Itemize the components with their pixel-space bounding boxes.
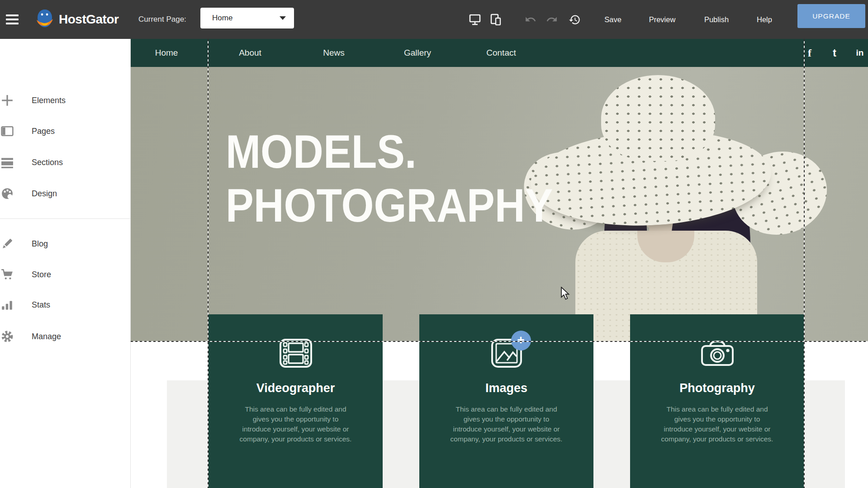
current-page-label: Current Page:	[138, 0, 186, 39]
sidebar-item-stats[interactable]: Stats	[0, 293, 131, 317]
card-title[interactable]: Images	[419, 381, 593, 395]
bar-chart-icon	[1, 298, 14, 311]
card-title[interactable]: Photography	[630, 381, 804, 395]
sidebar-item-design[interactable]: Design	[0, 182, 131, 205]
site-nav-contact[interactable]: Contact	[486, 39, 516, 67]
brand-name: HostGator	[59, 12, 119, 27]
card-images[interactable]: + Images This area can be fully edited a…	[419, 314, 593, 488]
card-photography[interactable]: Photography This area can be fully edite…	[630, 314, 804, 488]
facebook-icon[interactable]: f	[808, 39, 811, 67]
upgrade-button[interactable]: UPGRADE	[797, 4, 865, 28]
twitter-icon[interactable]: t	[833, 39, 836, 67]
card-videographer[interactable]: Videographer This area can be fully edit…	[209, 314, 383, 488]
site-nav-home[interactable]: Home	[155, 39, 178, 67]
sidebar-item-label: Pages	[32, 127, 55, 136]
mobile-view-icon[interactable]	[489, 0, 503, 39]
hostgator-logo[interactable]: HostGator	[34, 0, 119, 39]
help-button[interactable]: Help	[757, 0, 772, 39]
sidebar-item-manage[interactable]: Manage	[0, 325, 131, 348]
card-body[interactable]: This area can be fully edited andgives y…	[630, 404, 804, 444]
sidebar-item-label: Stats	[32, 300, 50, 310]
undo-icon[interactable]	[524, 0, 537, 39]
history-icon[interactable]	[568, 0, 581, 39]
sidebar-item-store[interactable]: Store	[0, 263, 131, 286]
desktop-view-icon[interactable]	[468, 0, 482, 39]
add-image-badge[interactable]: +	[511, 331, 531, 351]
page-select-value: Home	[212, 14, 280, 23]
section-dashed-border-bottom	[131, 341, 868, 342]
sidebar-item-label: Store	[32, 270, 51, 280]
site-navbar[interactable]: Home About News Gallery Contact f t in	[131, 39, 868, 67]
sidebar-item-pages[interactable]: Pages	[0, 119, 131, 143]
sections-rows-icon	[1, 156, 14, 169]
hostgator-gator-icon	[34, 9, 55, 30]
hostgator-builder-window: HostGator Current Page: Home	[0, 0, 868, 488]
site-preview-canvas: Home About News Gallery Contact f t in	[131, 39, 868, 488]
pencil-icon	[1, 237, 14, 250]
section-dashed-border-right	[804, 39, 805, 488]
hero-title-line2: PHOTOGRAPHY	[226, 179, 553, 232]
sidebar-item-sections[interactable]: Sections	[0, 151, 131, 174]
card-body[interactable]: This area can be fully edited andgives y…	[419, 404, 593, 444]
sidebar-item-label: Elements	[32, 96, 66, 105]
hero-section[interactable]: MODELS. PHOTOGRAPHY	[131, 67, 868, 342]
film-strip-icon[interactable]	[279, 338, 313, 369]
site-nav-news[interactable]: News	[323, 39, 345, 67]
sidebar-item-label: Blog	[32, 239, 48, 249]
site-nav-about[interactable]: About	[239, 39, 261, 67]
top-toolbar: HostGator Current Page: Home	[0, 0, 868, 39]
sidebar-item-elements[interactable]: Elements	[0, 89, 131, 112]
sidebar-item-label: Design	[32, 189, 57, 199]
hero-title[interactable]: MODELS. PHOTOGRAPHY	[226, 125, 553, 232]
site-nav-gallery[interactable]: Gallery	[404, 39, 431, 67]
card-body[interactable]: This area can be fully edited andgives y…	[209, 404, 383, 444]
linkedin-icon[interactable]: in	[856, 39, 864, 67]
plus-icon	[1, 94, 14, 107]
save-button[interactable]: Save	[604, 0, 621, 39]
sidebar-item-blog[interactable]: Blog	[0, 232, 131, 256]
page-select-dropdown[interactable]: Home	[200, 8, 294, 28]
section-dashed-border-left	[208, 39, 209, 488]
builder-sidebar: Elements Pages Sections	[0, 39, 131, 488]
shopping-cart-icon	[1, 268, 14, 281]
card-title[interactable]: Videographer	[209, 381, 383, 395]
palette-icon	[1, 187, 14, 200]
hamburger-menu-icon[interactable]	[5, 0, 19, 39]
redo-icon[interactable]	[545, 0, 559, 39]
chevron-down-icon	[280, 16, 286, 20]
publish-button[interactable]: Publish	[704, 0, 729, 39]
sidebar-divider	[0, 218, 131, 219]
image-placeholder-icon[interactable]: +	[489, 338, 524, 369]
sidebar-item-label: Manage	[32, 332, 61, 341]
sidebar-item-label: Sections	[32, 158, 63, 167]
hero-title-line1: MODELS.	[226, 125, 553, 179]
camera-icon[interactable]	[700, 338, 735, 369]
preview-button[interactable]: Preview	[649, 0, 676, 39]
page-layout-icon	[1, 125, 14, 137]
gear-icon	[1, 330, 14, 343]
